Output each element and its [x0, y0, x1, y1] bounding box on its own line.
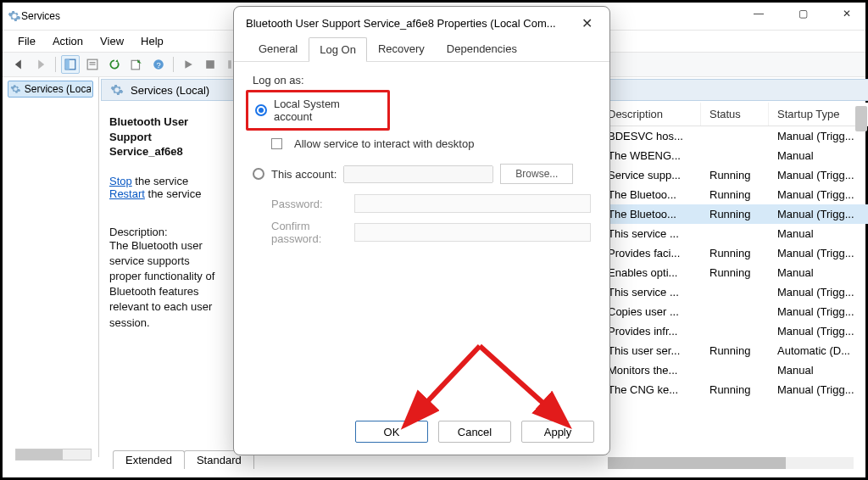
cell-description: Monitors the...	[599, 362, 701, 378]
cell-description: The Bluetoo...	[599, 206, 701, 222]
tree-pane: Services (Local)	[3, 77, 99, 457]
services-icon	[110, 83, 124, 97]
cell-description: This user ser...	[599, 343, 701, 359]
tab-general[interactable]: General	[248, 36, 309, 61]
cell-startup: Manual (Trigg...	[769, 167, 868, 183]
table-row[interactable]: Copies user ...Manual (Trigg...	[599, 302, 868, 321]
table-row[interactable]: The WBENG...Manual	[599, 146, 868, 165]
allow-interact-checkbox[interactable]	[271, 138, 282, 149]
tab-extended[interactable]: Extended	[113, 450, 185, 469]
cell-status	[701, 154, 769, 158]
dialog-close-button[interactable]: ✕	[576, 15, 598, 31]
svg-rect-9	[228, 60, 231, 69]
refresh-button[interactable]	[105, 55, 124, 74]
cell-description: This service ...	[599, 284, 701, 300]
table-row[interactable]: This service ...Manual (Trigg...	[599, 282, 868, 302]
table-row[interactable]: The Bluetoo...RunningManual (Trigg...	[599, 185, 868, 204]
export-button[interactable]	[127, 55, 146, 74]
cell-status: Running	[701, 187, 769, 203]
cell-status	[701, 310, 769, 314]
cell-description: The CNG ke...	[599, 382, 701, 398]
menu-view[interactable]: View	[93, 32, 131, 50]
help-button[interactable]: ?	[149, 55, 168, 74]
cancel-button[interactable]: Cancel	[438, 421, 511, 443]
minimize-button[interactable]: —	[747, 8, 771, 20]
center-header-label: Services (Local)	[131, 84, 209, 97]
svg-line-13	[480, 346, 565, 422]
table-row[interactable]: Provides faci...RunningManual (Trigg...	[599, 243, 868, 263]
cell-startup: Manual (Trigg...	[769, 128, 868, 144]
menu-action[interactable]: Action	[46, 32, 90, 50]
cell-startup: Manual (Trigg...	[769, 245, 868, 261]
start-service-button[interactable]	[179, 55, 198, 74]
menu-help[interactable]: Help	[134, 32, 170, 50]
table-row[interactable]: Provides infr...Manual (Trigg...	[599, 321, 868, 341]
cell-startup: Manual (Trigg...	[769, 284, 868, 300]
table-row[interactable]: Monitors the...Manual	[599, 360, 868, 380]
cell-startup: Manual (Trigg...	[769, 323, 868, 339]
stop-service-button[interactable]	[201, 55, 220, 74]
apply-button[interactable]: Apply	[521, 421, 594, 443]
tab-dependencies[interactable]: Dependencies	[436, 36, 528, 61]
cell-status: Running	[701, 206, 769, 222]
menu-file[interactable]: File	[11, 32, 42, 50]
cell-description: Enables opti...	[599, 265, 701, 281]
tab-recovery[interactable]: Recovery	[367, 36, 436, 61]
table-row[interactable]: BDESVC hos...Manual (Trigg...	[599, 126, 868, 146]
services-window: Services — ▢ ✕ File Action View Help ?	[0, 0, 868, 480]
this-account-input[interactable]	[343, 165, 493, 183]
allow-interact-label: Allow service to interact with desktop	[294, 137, 474, 150]
close-window-button[interactable]: ✕	[835, 8, 859, 20]
table-row[interactable]: Enables opti...RunningManual	[599, 263, 868, 282]
password-label: Password:	[253, 198, 346, 210]
cell-startup: Manual	[769, 148, 868, 164]
cell-status: Running	[701, 245, 769, 261]
cell-description: This service ...	[599, 226, 701, 242]
properties-button[interactable]	[83, 55, 102, 74]
tree-horizontal-scrollbar[interactable]	[15, 449, 92, 460]
maximize-button[interactable]: ▢	[791, 8, 815, 20]
svg-rect-8	[206, 60, 214, 69]
cell-description: Provides faci...	[599, 245, 701, 261]
stop-link[interactable]: Stop	[109, 175, 132, 187]
local-system-radio[interactable]	[255, 104, 267, 116]
browse-button[interactable]: Browse...	[500, 164, 573, 184]
svg-rect-1	[65, 59, 70, 70]
vertical-scrollbar[interactable]	[855, 106, 867, 131]
detail-pane: Bluetooth User Support Service_af6e8 Sto…	[99, 103, 226, 457]
cell-description: Service supp...	[599, 167, 701, 183]
grid-header: Description Status Startup Type	[599, 103, 868, 126]
forward-button[interactable]	[31, 55, 50, 74]
back-button[interactable]	[9, 55, 28, 74]
table-row[interactable]: The Bluetoo...RunningManual (Trigg...	[599, 204, 868, 224]
ok-button[interactable]: OK	[355, 421, 428, 443]
col-startup[interactable]: Startup Type	[769, 103, 868, 126]
cell-startup: Manual	[769, 265, 868, 281]
cell-status	[701, 232, 769, 236]
cell-startup: Manual (Trigg...	[769, 206, 868, 222]
cell-description: The WBENG...	[599, 148, 701, 164]
cell-status: Running	[701, 265, 769, 281]
grid-horizontal-scrollbar[interactable]	[608, 457, 854, 469]
dialog-tabs: General Log On Recovery Dependencies	[234, 36, 609, 62]
properties-dialog: Bluetooth User Support Service_af6e8 Pro…	[233, 6, 610, 455]
tab-logon[interactable]: Log On	[309, 37, 367, 62]
col-description[interactable]: Description	[599, 103, 701, 126]
col-status[interactable]: Status	[701, 103, 769, 126]
table-row[interactable]: This user ser...RunningAutomatic (D...	[599, 341, 868, 360]
cell-status: Running	[701, 343, 769, 359]
confirm-password-input[interactable]	[354, 223, 591, 242]
table-row[interactable]: This service ...Manual	[599, 224, 868, 243]
table-row[interactable]: The CNG ke...RunningManual (Trigg...	[599, 380, 868, 399]
description-label: Description:	[109, 226, 216, 238]
password-input[interactable]	[354, 194, 591, 213]
services-icon	[8, 9, 21, 23]
show-hide-tree-button[interactable]	[61, 55, 80, 74]
cell-description: Copies user ...	[599, 304, 701, 320]
cell-status	[701, 369, 769, 372]
restart-link[interactable]: Restart	[109, 187, 145, 200]
tree-root[interactable]: Services (Local)	[8, 81, 93, 98]
table-row[interactable]: Service supp...RunningManual (Trigg...	[599, 165, 868, 185]
this-account-radio[interactable]	[253, 168, 264, 180]
svg-text:?: ?	[156, 61, 160, 70]
